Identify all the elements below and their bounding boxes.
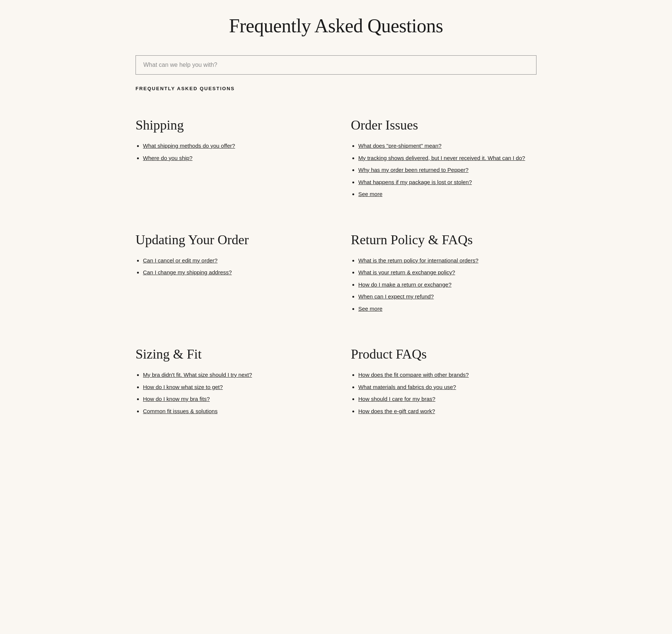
shipping-list: What shipping methods do you offer? Wher… xyxy=(136,142,321,162)
list-item: My tracking shows delivered, but I never… xyxy=(358,154,536,163)
product-faqs-title: Product FAQs xyxy=(351,346,536,362)
faq-grid: Shipping What shipping methods do you of… xyxy=(136,106,536,438)
faq-section-order-issues: Order Issues What does "pre-shipment" me… xyxy=(336,106,536,221)
faq-section-product-faqs: Product FAQs How does the fit compare wi… xyxy=(336,335,536,438)
product-faqs-link-2[interactable]: What materials and fabrics do you use? xyxy=(358,384,456,390)
return-policy-see-more[interactable]: See more xyxy=(358,305,382,312)
faq-section-return-policy: Return Policy & FAQs What is the return … xyxy=(336,221,536,336)
return-policy-list: What is the return policy for internatio… xyxy=(351,256,536,313)
list-item: Can I cancel or edit my order? xyxy=(143,256,321,265)
search-container xyxy=(136,55,536,75)
order-issues-link-4[interactable]: What happens if my package is lost or st… xyxy=(358,179,472,185)
return-policy-link-4[interactable]: When can I expect my refund? xyxy=(358,293,434,300)
list-item: Common fit issues & solutions xyxy=(143,407,321,416)
updating-order-link-2[interactable]: Can I change my shipping address? xyxy=(143,269,232,275)
list-item: What materials and fabrics do you use? xyxy=(358,383,536,392)
list-item: Where do you ship? xyxy=(143,154,321,163)
faq-section-updating-order: Updating Your Order Can I cancel or edit… xyxy=(136,221,336,336)
sizing-fit-list: My bra didn't fit. What size should I tr… xyxy=(136,371,321,415)
sizing-fit-link-4[interactable]: Common fit issues & solutions xyxy=(143,408,218,414)
list-item: What is the return policy for internatio… xyxy=(358,256,536,265)
order-issues-title: Order Issues xyxy=(351,117,536,133)
list-item: See more xyxy=(358,190,536,199)
list-item: How should I care for my bras? xyxy=(358,395,536,403)
search-input[interactable] xyxy=(136,55,536,75)
order-issues-see-more[interactable]: See more xyxy=(358,191,382,197)
order-issues-link-1[interactable]: What does "pre-shipment" mean? xyxy=(358,143,441,149)
updating-order-title: Updating Your Order xyxy=(136,232,321,248)
sizing-fit-link-2[interactable]: How do I know what size to get? xyxy=(143,384,223,390)
return-policy-link-1[interactable]: What is the return policy for internatio… xyxy=(358,257,479,264)
order-issues-list: What does "pre-shipment" mean? My tracki… xyxy=(351,142,536,199)
list-item: What does "pre-shipment" mean? xyxy=(358,142,536,150)
list-item: How does the e-gift card work? xyxy=(358,407,536,416)
return-policy-link-2[interactable]: What is your return & exchange policy? xyxy=(358,269,455,275)
page-title: Frequently Asked Questions xyxy=(136,15,536,37)
order-issues-link-2[interactable]: My tracking shows delivered, but I never… xyxy=(358,155,525,161)
sizing-fit-link-1[interactable]: My bra didn't fit. What size should I tr… xyxy=(143,372,252,378)
product-faqs-link-1[interactable]: How does the fit compare with other bran… xyxy=(358,372,469,378)
updating-order-list: Can I cancel or edit my order? Can I cha… xyxy=(136,256,321,277)
faq-section-shipping: Shipping What shipping methods do you of… xyxy=(136,106,336,221)
shipping-title: Shipping xyxy=(136,117,321,133)
list-item: My bra didn't fit. What size should I tr… xyxy=(143,371,321,379)
list-item: When can I expect my refund? xyxy=(358,293,536,301)
list-item: Why has my order been returned to Pepper… xyxy=(358,166,536,174)
list-item: How do I know what size to get? xyxy=(143,383,321,392)
section-label: FREQUENTLY ASKED QUESTIONS xyxy=(136,86,536,91)
product-faqs-list: How does the fit compare with other bran… xyxy=(351,371,536,415)
list-item: What is your return & exchange policy? xyxy=(358,268,536,277)
return-policy-title: Return Policy & FAQs xyxy=(351,232,536,248)
sizing-fit-link-3[interactable]: How do I know my bra fits? xyxy=(143,396,210,402)
list-item: How do I know my bra fits? xyxy=(143,395,321,403)
product-faqs-link-3[interactable]: How should I care for my bras? xyxy=(358,396,436,402)
return-policy-link-3[interactable]: How do I make a return or exchange? xyxy=(358,281,451,288)
shipping-link-2[interactable]: Where do you ship? xyxy=(143,155,192,161)
list-item: How do I make a return or exchange? xyxy=(358,281,536,289)
updating-order-link-1[interactable]: Can I cancel or edit my order? xyxy=(143,257,218,264)
list-item: How does the fit compare with other bran… xyxy=(358,371,536,379)
faq-section-sizing-fit: Sizing & Fit My bra didn't fit. What siz… xyxy=(136,335,336,438)
list-item: Can I change my shipping address? xyxy=(143,268,321,277)
list-item: See more xyxy=(358,305,536,313)
list-item: What shipping methods do you offer? xyxy=(143,142,321,150)
sizing-fit-title: Sizing & Fit xyxy=(136,346,321,362)
order-issues-link-3[interactable]: Why has my order been returned to Pepper… xyxy=(358,167,469,173)
shipping-link-1[interactable]: What shipping methods do you offer? xyxy=(143,143,235,149)
list-item: What happens if my package is lost or st… xyxy=(358,178,536,187)
product-faqs-link-4[interactable]: How does the e-gift card work? xyxy=(358,408,435,414)
